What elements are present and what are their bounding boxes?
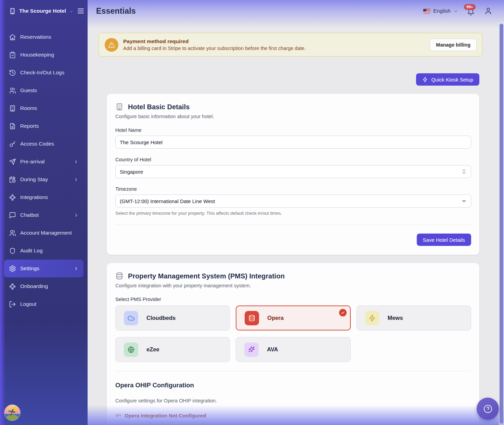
sidebar-item-guests[interactable]: Guests: [4, 82, 83, 99]
ohip-status: Opera Integration Not Configured: [115, 412, 471, 418]
save-hotel-details-button[interactable]: Save Hotel Details: [417, 234, 471, 246]
sidebar-item-logout[interactable]: Logout: [4, 295, 83, 313]
database-icon: [115, 272, 124, 280]
help-button[interactable]: [477, 398, 499, 420]
selected-check-badge: [339, 309, 347, 316]
sidebar-item-reports[interactable]: Reports: [4, 117, 83, 135]
card-title: Hotel Basic Details: [128, 103, 190, 111]
hotel-switcher[interactable]: The Scourge Hotel: [0, 0, 88, 22]
scrollbar-thumb[interactable]: [500, 24, 503, 424]
notifications-button[interactable]: 99+: [467, 7, 475, 15]
provider-name: eZee: [146, 346, 159, 353]
sidebar-item-settings[interactable]: Settings: [4, 260, 83, 277]
chevron-right-icon: [74, 266, 79, 271]
timezone-label: Timezone: [115, 186, 471, 192]
sidebar-item-integrations[interactable]: Integrations: [4, 188, 83, 206]
sidebar-item-audit-log[interactable]: Audit Log: [4, 242, 83, 260]
sidebar-item-check-in-out-logs[interactable]: Check-In/Out Logs: [4, 64, 83, 82]
payment-warning-banner: Payment method required Add a billing ca…: [99, 33, 482, 57]
sidebar-item-label: Logout: [20, 301, 79, 307]
pms-integration-card: Property Management System (PMS) Integra…: [107, 263, 479, 425]
sidebar-item-label: During Stay: [20, 176, 69, 183]
sidebar-menu-button[interactable]: [77, 7, 85, 15]
globe-icon: [124, 342, 138, 357]
banner-title: Payment method required: [123, 38, 306, 45]
sidebar-item-during-stay[interactable]: During Stay: [4, 171, 83, 188]
warning-icon-circle: [105, 38, 118, 52]
banner-message: Add a billing card in Stripe to activate…: [123, 46, 306, 51]
sidebar-item-label: Onboarding: [20, 283, 79, 289]
sidebar: The Scourge Hotel ReservationsHousekeepi…: [0, 0, 88, 425]
sidebar-item-label: Rooms: [20, 105, 79, 111]
provider-name: AVA: [267, 346, 278, 353]
card-subtitle: Configure basic information about your h…: [115, 114, 471, 119]
workflow-icon: [9, 194, 16, 201]
hotel-avatar[interactable]: [4, 404, 21, 421]
chevron-down-icon: [453, 9, 458, 14]
hotel-basic-details-card: Hotel Basic Details Configure basic info…: [107, 94, 479, 255]
us-flag-icon: [423, 9, 430, 13]
key-icon: [9, 140, 16, 148]
sparkles-icon: [244, 342, 259, 357]
provider-name: Mews: [388, 315, 403, 321]
sidebar-item-label: Housekeeping: [20, 52, 79, 58]
sidebar-item-reservations[interactable]: Reservations: [4, 28, 83, 46]
building-icon: [9, 105, 16, 112]
sidebar-item-label: Pre-arrival: [20, 159, 69, 165]
link-off-icon: [115, 412, 121, 418]
sidebar-item-label: Guests: [20, 87, 79, 93]
country-select[interactable]: Singapore: [115, 165, 471, 178]
sidebar-item-rooms[interactable]: Rooms: [4, 99, 83, 117]
pms-provider-cloudbeds[interactable]: Cloudbeds: [115, 305, 230, 330]
sidebar-item-label: Settings: [20, 265, 69, 272]
zap-icon: [422, 77, 428, 83]
manage-billing-button[interactable]: Manage billing: [430, 39, 477, 51]
timezone-help-text: Select the primary timezone for your pro…: [115, 211, 471, 216]
user-menu-button[interactable]: [484, 7, 492, 15]
hotel-building-icon: [9, 8, 16, 15]
chevron-down-icon: [461, 198, 467, 204]
sidebar-item-pre-arrival[interactable]: Pre-arrival: [4, 153, 83, 171]
sidebar-item-access-codes[interactable]: Access Codes: [4, 135, 83, 153]
pms-provider-ezee[interactable]: eZee: [115, 337, 230, 362]
main-content: Essentials English 99+ Payment method re…: [88, 0, 504, 425]
log-out-icon: [9, 301, 16, 308]
chevron-down-icon: [69, 9, 74, 14]
chevron-right-icon: [74, 159, 79, 164]
topbar: Essentials English 99+: [88, 0, 504, 22]
divider: [115, 371, 471, 371]
sidebar-hotel-name: The Scourge Hotel: [19, 8, 66, 14]
timezone-select[interactable]: (GMT-12:00) International Date Line West: [115, 195, 471, 208]
sidebar-item-onboarding[interactable]: Onboarding: [4, 277, 83, 295]
sidebar-item-account-management[interactable]: Account Management: [4, 224, 83, 242]
island-avatar-image: [4, 405, 20, 421]
card-subtitle: Configure integration with your property…: [115, 283, 471, 288]
scrollbar-track[interactable]: [499, 22, 504, 425]
home-icon: [9, 34, 16, 41]
language-selector[interactable]: English: [423, 8, 458, 14]
message-square-icon: [9, 212, 16, 219]
hotel-name-input[interactable]: [115, 136, 471, 149]
sidebar-item-housekeeping[interactable]: Housekeeping: [4, 46, 83, 64]
help-circle-icon: [483, 404, 493, 414]
notification-badge: 99+: [464, 4, 476, 10]
quick-kiosk-setup-button[interactable]: Quick Kiosk Setup: [416, 73, 479, 86]
sidebar-item-label: Audit Log: [20, 248, 79, 254]
pms-provider-opera[interactable]: Opera: [236, 305, 350, 330]
workflow-icon: [9, 283, 16, 290]
pms-provider-mews[interactable]: Mews: [357, 305, 471, 330]
sidebar-item-chatbot[interactable]: Chatbot: [4, 206, 83, 224]
clipboard-check-icon: [9, 51, 16, 59]
chevron-right-icon: [74, 177, 79, 182]
pms-provider-ava[interactable]: AVA: [236, 337, 350, 362]
file-text-icon: [9, 123, 16, 130]
language-label: English: [433, 8, 451, 14]
card-title: Property Management System (PMS) Integra…: [128, 272, 285, 280]
building-icon: [115, 103, 124, 111]
sidebar-item-label: Chatbot: [20, 212, 69, 218]
chevron-right-icon: [74, 213, 79, 218]
select-pms-provider-label: Select PMS Provider: [115, 297, 471, 302]
users-icon: [9, 87, 16, 94]
page-title: Essentials: [96, 7, 136, 16]
country-label: Country of Hotel: [115, 157, 471, 162]
